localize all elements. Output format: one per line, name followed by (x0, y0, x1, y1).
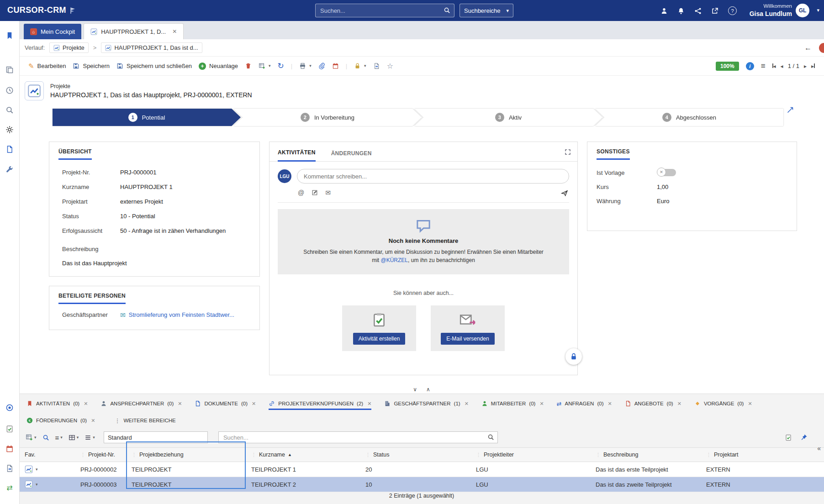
subtab-anfragen[interactable]: ⇄ ANFRAGEN (0) ✕ (557, 401, 612, 407)
copy-icon[interactable] (5, 65, 14, 74)
pinned-badge-icon[interactable] (819, 43, 824, 53)
close-icon[interactable]: ✕ (607, 401, 612, 406)
last-record-button[interactable]: ▸ (811, 63, 815, 69)
grid-rows-button[interactable]: ▾ (85, 434, 95, 441)
zoom-badge[interactable]: 100% (716, 62, 739, 71)
close-icon[interactable]: ✕ (367, 401, 371, 406)
privacy-lock-icon[interactable] (565, 348, 582, 365)
doc-forward-icon[interactable] (373, 63, 380, 69)
close-icon[interactable]: ✕ (178, 401, 182, 406)
calendar-icon[interactable] (332, 63, 339, 69)
collapse-header-icon[interactable] (787, 106, 794, 114)
info-icon[interactable]: i (746, 62, 754, 70)
subtab-angebote[interactable]: ANGEBOTE (0) ✕ (625, 400, 681, 407)
email-icon[interactable]: ✉ (325, 189, 331, 196)
search-areas-dropdown[interactable]: Suchbereiche ▾ (460, 4, 513, 17)
grid-columns-button[interactable]: ▾ (69, 434, 79, 441)
close-icon[interactable]: ✕ (91, 418, 95, 423)
help-icon[interactable]: ? (728, 6, 737, 15)
grid-menu-button[interactable]: ≡ ▾ (55, 434, 63, 441)
row-menu-caret-icon[interactable]: ▾ (36, 483, 38, 487)
history-icon[interactable] (5, 86, 14, 95)
tab-hauptprojekt[interactable]: HAUPTPROJEKT 1, D... ✕ (84, 23, 184, 39)
collapse-up-icon[interactable]: ∧ (426, 387, 430, 392)
view-selector-input[interactable] (104, 431, 208, 443)
sync-icon[interactable]: ⇄ (5, 483, 14, 493)
tab-aenderungen[interactable]: ÄNDERUNGEN (331, 150, 372, 161)
person-icon[interactable] (660, 7, 668, 15)
lock-button[interactable]: ▾ (354, 63, 366, 69)
target-icon[interactable] (5, 403, 14, 412)
column-beschreibung[interactable]: ⋮ Beschreibung (590, 452, 701, 458)
close-icon[interactable]: ✕ (748, 401, 752, 406)
edit-button[interactable]: ✎ Bearbeiten (28, 63, 66, 69)
column-projektbeziehung[interactable]: ⋮ Projektbeziehung (126, 452, 246, 458)
column-projekt-nr[interactable]: ⋮ Projekt-Nr. (75, 452, 126, 458)
tasks-icon[interactable] (5, 424, 14, 433)
subtab-aktivitaeten[interactable]: AKTIVITÄTEN (0) ✕ (26, 400, 88, 407)
star-icon[interactable]: ☆ (387, 63, 393, 70)
settings-gear-icon[interactable] (5, 125, 14, 134)
row-menu-caret-icon[interactable]: ▾ (36, 467, 38, 472)
first-record-button[interactable]: ◂ (772, 63, 776, 69)
close-icon[interactable]: ✕ (677, 401, 681, 406)
subtab-dokumente[interactable]: DOKUMENTE (0) ✕ (195, 400, 256, 407)
prev-record-button[interactable]: ◂ (781, 63, 783, 69)
tab-mein-cockpit[interactable]: ⌂ Mein Cockpit (24, 24, 81, 39)
search-icon[interactable] (444, 7, 450, 14)
grid-add-button[interactable]: ▾ (26, 434, 37, 441)
ist-vorlage-toggle[interactable]: ✕ (658, 169, 676, 176)
table-actions-button[interactable]: ▾ (259, 63, 271, 69)
delete-icon[interactable] (245, 63, 252, 69)
external-link-icon[interactable] (711, 7, 718, 15)
back-arrow-icon[interactable]: ← (804, 44, 812, 52)
subtab-ansprechpartner[interactable]: ANSPRECHPARTNER (0) ✕ (100, 400, 182, 407)
expand-icon[interactable] (565, 148, 571, 155)
milestone-aktiv[interactable]: 3 Aktiv (414, 109, 602, 126)
subtab-projekteverknuepfungen[interactable]: PROJEKTEVERKNÜPFUNGEN (2) ✕ (269, 400, 371, 407)
save-close-button[interactable]: Speichern und schließen (116, 63, 192, 69)
close-icon[interactable]: ✕ (465, 401, 469, 406)
breadcrumb-item-projekte[interactable]: Projekte (49, 42, 89, 53)
user-menu-chevron-icon[interactable]: ▾ (817, 8, 819, 13)
comment-input[interactable] (297, 169, 569, 184)
subtab-vorgaenge[interactable]: VORGÄNGE (0) ✕ (694, 400, 752, 407)
close-icon[interactable]: ✕ (539, 401, 544, 406)
milestone-vorbereitung[interactable]: 2 In Vorbereitung (233, 109, 422, 126)
partner-link[interactable]: Stromlieferung vom Feinsten Stadtwer... (129, 311, 234, 318)
avatar[interactable]: GL (796, 4, 809, 17)
print-button[interactable]: ▾ (299, 63, 312, 69)
mention-icon[interactable]: @ (298, 189, 304, 196)
collapse-panel-icon[interactable]: « (817, 445, 821, 452)
send-email-button[interactable]: E-Mail versenden (441, 333, 494, 345)
table-row[interactable]: ▾ PRJ-0000002 TEILPROJEKT TEILPROJEKT 1 … (19, 462, 824, 477)
export-icon[interactable] (5, 464, 14, 473)
calendar-icon[interactable] (5, 444, 14, 453)
breadcrumb-item-record[interactable]: HAUPTPROJEKT 1, Das ist d... (101, 42, 202, 53)
menu-icon[interactable]: ≡ (761, 62, 766, 70)
grid-search-input[interactable] (218, 431, 498, 443)
close-icon[interactable]: ✕ (172, 29, 177, 34)
milestone-abgeschlossen[interactable]: 4 Abgeschlossen (595, 109, 783, 126)
search-icon[interactable] (487, 434, 494, 441)
close-icon[interactable]: ✕ (252, 401, 256, 406)
attachment-icon[interactable] (318, 63, 325, 69)
close-icon[interactable]: ✕ (84, 401, 88, 406)
share-icon[interactable] (694, 7, 702, 15)
subtab-foerderungen[interactable]: FÖRDERUNGEN (0) ✕ (26, 417, 95, 424)
search-sidebar-icon[interactable] (5, 105, 14, 115)
global-search-input[interactable] (315, 4, 454, 17)
favorites-bookmark-icon[interactable] (5, 31, 14, 40)
save-button[interactable]: Speichern (73, 63, 110, 69)
pin-icon[interactable] (800, 434, 808, 441)
tab-aktivitaeten[interactable]: AKTIVITÄTEN (278, 149, 316, 162)
send-icon[interactable] (561, 189, 568, 197)
report-icon[interactable] (5, 145, 14, 154)
milestone-potential[interactable]: 1 Potential (53, 109, 241, 126)
column-fav[interactable]: Fav. (19, 452, 75, 458)
column-projektart[interactable]: ⋮ Projektart (701, 452, 813, 458)
column-status[interactable]: ⋮ Status (360, 452, 470, 458)
next-record-button[interactable]: ▸ (804, 63, 807, 69)
subtab-mitarbeiter[interactable]: MITARBEITER (0) ✕ (481, 400, 544, 407)
new-record-button[interactable]: + Neuanlage (199, 63, 238, 70)
